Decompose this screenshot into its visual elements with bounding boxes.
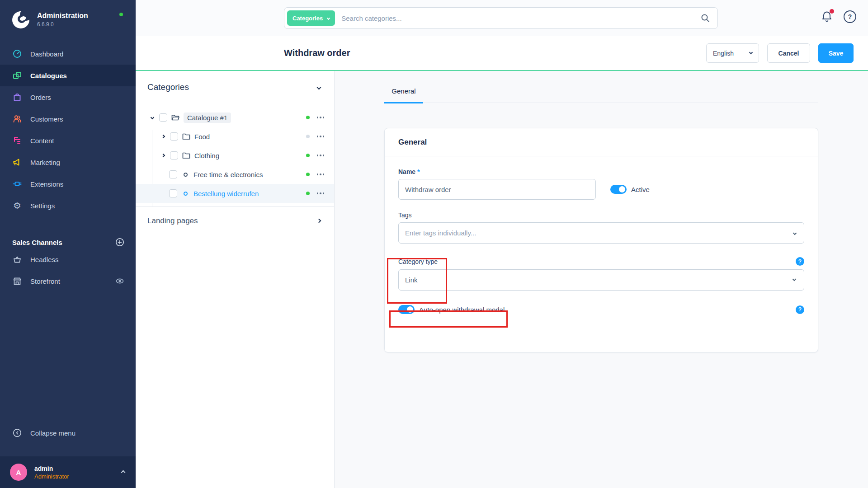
user-name: admin — [34, 465, 114, 472]
status-dot — [306, 116, 310, 119]
sidebar-item-label: Storefront — [30, 277, 60, 285]
tab-general[interactable]: General — [384, 79, 423, 103]
save-button[interactable]: Save — [818, 43, 854, 63]
tags-label: Tags — [398, 211, 804, 219]
content-icon — [12, 136, 22, 145]
tree-item-label[interactable]: Catalogue #1 — [184, 113, 231, 123]
tree-item-checkbox[interactable] — [169, 170, 177, 178]
search-entity-tag[interactable]: Categories — [287, 10, 335, 26]
tree-item-bestellung-widerrufen[interactable]: Bestellung widerrufen — [136, 184, 334, 203]
general-card: General Name * Active Tags — [384, 128, 818, 352]
entity-tag-label: Categories — [292, 15, 323, 22]
tags-input[interactable] — [398, 222, 804, 244]
folder-icon — [182, 151, 191, 160]
sidebar-item-label: Dashboard — [30, 50, 63, 58]
sidebar-item-storefront[interactable]: Storefront — [0, 270, 136, 292]
required-mark: * — [417, 168, 420, 175]
tab-bar: General — [384, 71, 818, 103]
search-input[interactable] — [341, 14, 700, 22]
context-menu-button[interactable] — [316, 152, 326, 159]
help-icon[interactable]: ? — [844, 10, 856, 23]
status-dot — [306, 154, 310, 157]
tree-item-free-time-electronics[interactable]: Free time & electronics — [136, 165, 334, 184]
sidebar-item-headless[interactable]: Headless — [0, 249, 136, 270]
name-field[interactable] — [398, 179, 596, 200]
endpoint-icon — [181, 170, 190, 179]
eye-icon[interactable] — [115, 276, 125, 286]
sidebar-item-extensions[interactable]: Extensions — [0, 173, 136, 195]
tree-item-checkbox[interactable] — [169, 189, 177, 197]
sidebar-item-settings[interactable]: ⚙ Settings — [0, 195, 136, 216]
sidebar-item-catalogues[interactable]: Catalogues — [0, 65, 136, 86]
orders-icon — [12, 92, 22, 102]
expander-expand-icon[interactable] — [160, 135, 166, 138]
notifications-bell-icon[interactable] — [820, 10, 834, 23]
auto-open-toggle[interactable] — [398, 305, 415, 314]
context-menu-button[interactable] — [316, 114, 326, 121]
online-status-dot — [119, 13, 123, 16]
category-tree-panel: Categories Catalogue #1 — [136, 71, 335, 488]
search-icon — [700, 13, 710, 23]
tree-panel-title: Categories — [147, 82, 317, 92]
tree-item-checkbox[interactable] — [170, 151, 178, 160]
category-type-select[interactable]: Link — [398, 269, 804, 291]
category-type-help-icon[interactable]: ? — [796, 257, 804, 266]
language-select[interactable]: English — [706, 43, 759, 63]
sidebar-item-customers[interactable]: Customers — [0, 108, 136, 130]
expander-collapse-icon[interactable] — [149, 116, 156, 119]
sidebar-item-label: Catalogues — [30, 72, 67, 80]
landing-pages-section[interactable]: Landing pages — [136, 206, 334, 235]
sidebar-item-dashboard[interactable]: Dashboard — [0, 43, 136, 65]
status-dot — [306, 135, 310, 138]
user-menu[interactable]: A admin Administrator — [0, 456, 136, 488]
sales-channels-header: Sales Channels — [12, 239, 115, 246]
admin-app: Administration 6.6.9.0 Dashboard — [0, 0, 868, 488]
app-version: 6.6.9.0 — [37, 21, 88, 28]
category-tree: Catalogue #1 Food — [136, 108, 334, 203]
tree-item-label[interactable]: Food — [194, 133, 210, 141]
extensions-icon — [12, 179, 22, 189]
collapse-menu-button[interactable]: Collapse menu — [0, 422, 136, 444]
tree-item-label[interactable]: Clothing — [194, 152, 219, 160]
tree-item-label[interactable]: Bestellung widerrufen — [193, 190, 259, 197]
context-menu-button[interactable] — [316, 190, 326, 197]
category-type-value: Link — [405, 276, 418, 284]
main-content: General General Name * Active Tags — [335, 71, 868, 488]
active-toggle[interactable] — [610, 185, 627, 194]
status-dot — [306, 173, 310, 176]
sidebar-item-content[interactable]: Content — [0, 130, 136, 151]
sidebar-item-orders[interactable]: Orders — [0, 86, 136, 108]
page-title: Withdraw order — [284, 36, 350, 70]
dashboard-icon — [12, 49, 22, 59]
sidebar-item-label: Customers — [30, 115, 63, 123]
cancel-button[interactable]: Cancel — [767, 43, 810, 63]
tree-item-checkbox[interactable] — [159, 113, 167, 122]
customers-icon — [12, 114, 22, 124]
tree-item-catalogue-1[interactable]: Catalogue #1 — [136, 108, 334, 127]
expander-expand-icon[interactable] — [160, 154, 166, 157]
language-value: English — [713, 50, 734, 57]
context-menu-button[interactable] — [316, 133, 326, 140]
global-search[interactable]: Categories — [284, 7, 718, 29]
name-label: Name * — [398, 168, 804, 175]
context-menu-button[interactable] — [316, 171, 326, 178]
landing-pages-label: Landing pages — [147, 216, 317, 225]
chevron-right-icon — [317, 219, 321, 223]
sidebar: Administration 6.6.9.0 Dashboard — [0, 0, 136, 488]
sidebar-item-marketing[interactable]: Marketing — [0, 151, 136, 173]
tree-item-food[interactable]: Food — [136, 127, 334, 146]
avatar: A — [10, 464, 27, 481]
add-sales-channel-button[interactable] — [115, 237, 125, 247]
tree-item-clothing[interactable]: Clothing — [136, 146, 334, 165]
tree-item-checkbox[interactable] — [170, 132, 178, 141]
app-title: Administration — [37, 10, 88, 20]
sales-channels-section: Sales Channels — [0, 234, 136, 250]
tree-panel-header[interactable]: Categories — [136, 71, 334, 100]
tree-item-label[interactable]: Free time & electronics — [193, 171, 263, 178]
user-role: Administrator — [34, 473, 114, 480]
sidebar-item-label: Settings — [30, 202, 55, 210]
sidebar-item-label: Extensions — [30, 180, 63, 188]
category-type-label: Category type — [398, 258, 438, 265]
auto-open-help-icon[interactable]: ? — [796, 305, 804, 314]
shopware-logo-icon — [11, 10, 31, 30]
